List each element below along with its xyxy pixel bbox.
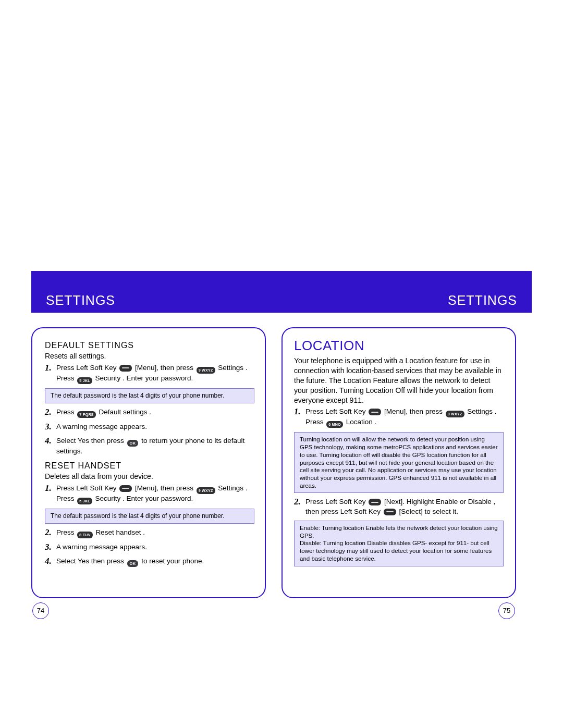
- section-location-title: LOCATION: [294, 338, 504, 354]
- key-6-icon: 6 MNO: [326, 421, 343, 428]
- key-9-icon: 9 WXYZ: [446, 411, 464, 417]
- page-number-left: 74: [32, 602, 49, 619]
- location-gps-note: Turning location on will allow the netwo…: [294, 432, 504, 493]
- rh-password-note: The default password is the last 4 digit…: [45, 509, 254, 524]
- ds-step-2: Press 7 PQRS Default settings .: [56, 408, 254, 418]
- left-panel: DEFAULT SETTINGS Resets all settings. Pr…: [31, 327, 266, 598]
- location-steps-2: Press Left Soft Key [Next]. Highlight En…: [294, 497, 504, 516]
- reset-handset-steps-cont: Press 8 TUV Reset handset . A warning me…: [45, 528, 254, 566]
- key-5-icon: 5 JKL: [77, 377, 92, 384]
- section-reset-handset-title: RESET HANDSET: [45, 461, 254, 471]
- left-soft-key-icon: [119, 365, 132, 372]
- section-default-settings-title: DEFAULT SETTINGS: [45, 341, 254, 350]
- key-8-icon: 8 TUV: [77, 532, 92, 538]
- page-right: LOCATION Your telephone is equipped with…: [282, 327, 516, 598]
- ds-password-note: The default password is the last 4 digit…: [45, 388, 254, 404]
- rh-step-1: Press Left Soft Key [Menu], then press 9…: [56, 484, 254, 504]
- chapter-title-left: SETTINGS: [46, 293, 115, 308]
- left-soft-key-icon: [369, 499, 381, 505]
- ds-step-4: Select Yes then press OK to return your …: [56, 436, 254, 456]
- default-settings-steps-cont: Press 7 PQRS Default settings . A warnin…: [45, 408, 254, 455]
- location-steps-1: Press Left Soft Key [Menu], then press 9…: [294, 407, 504, 428]
- section-default-settings-subtitle: Resets all settings.: [45, 351, 254, 361]
- location-enable-disable-note: Enable: Turning location Enable lets the…: [294, 521, 504, 566]
- left-soft-key-icon: [384, 509, 396, 515]
- ds-step-3: A warning message appears.: [56, 422, 254, 431]
- page-number-right: 75: [498, 602, 515, 619]
- rh-step-2: Press 8 TUV Reset handset .: [56, 528, 254, 538]
- left-soft-key-icon: [119, 485, 132, 492]
- right-panel: LOCATION Your telephone is equipped with…: [282, 327, 516, 598]
- key-7-icon: 7 PQRS: [77, 411, 95, 418]
- key-9-icon: 9 WXYZ: [197, 487, 215, 494]
- default-settings-steps: Press Left Soft Key [Menu], then press 9…: [45, 363, 254, 384]
- section-reset-handset-subtitle: Deletes all data from your device.: [45, 472, 254, 482]
- rh-step-3: A warning message appears.: [56, 542, 254, 552]
- location-intro: Your telephone is equipped with a Locati…: [294, 356, 504, 405]
- page-left: DEFAULT SETTINGS Resets all settings. Pr…: [31, 327, 266, 598]
- ds-step-1: Press Left Soft Key [Menu], then press 9…: [56, 363, 254, 384]
- loc-step-2: Press Left Soft Key [Next]. Highlight En…: [305, 497, 504, 516]
- ok-key-icon: OK: [127, 440, 139, 447]
- book-pages: DEFAULT SETTINGS Resets all settings. Pr…: [31, 313, 532, 625]
- loc-step-1: Press Left Soft Key [Menu], then press 9…: [305, 407, 504, 428]
- rh-step-4: Select Yes then press OK to reset your p…: [56, 557, 254, 567]
- manual-spread: SETTINGS SETTINGS DEFAULT SETTINGS Reset…: [0, 0, 563, 728]
- left-soft-key-icon: [369, 409, 381, 415]
- chapter-title-band: SETTINGS SETTINGS: [31, 271, 532, 313]
- ok-key-icon: OK: [127, 560, 139, 567]
- chapter-title-right: SETTINGS: [448, 293, 517, 308]
- key-9-icon: 9 WXYZ: [197, 367, 215, 374]
- key-5-icon: 5 JKL: [77, 498, 92, 504]
- reset-handset-steps: Press Left Soft Key [Menu], then press 9…: [45, 484, 254, 504]
